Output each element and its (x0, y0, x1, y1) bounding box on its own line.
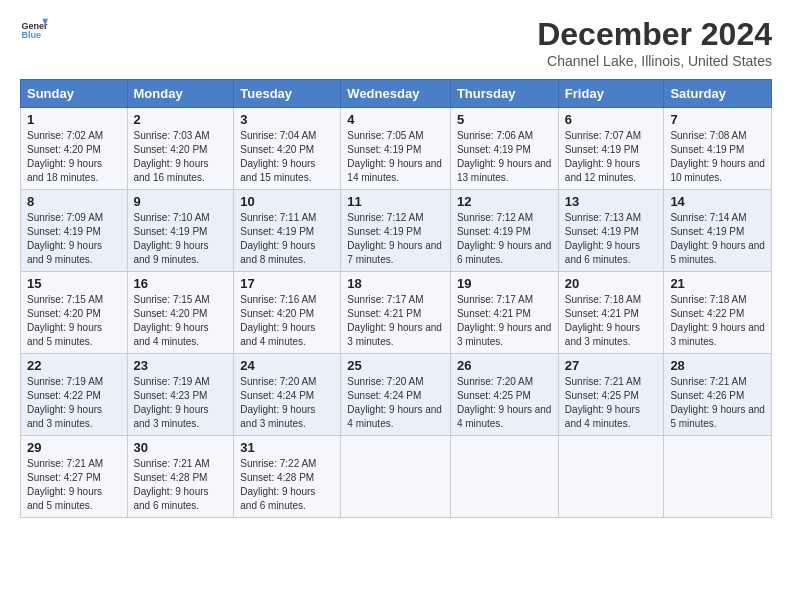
day-cell (558, 436, 664, 518)
day-number: 31 (240, 440, 334, 455)
title-section: December 2024 Channel Lake, Illinois, Un… (537, 16, 772, 69)
week-row-1: 1 Sunrise: 7:02 AM Sunset: 4:20 PM Dayli… (21, 108, 772, 190)
header-row: SundayMondayTuesdayWednesdayThursdayFrid… (21, 80, 772, 108)
day-number: 20 (565, 276, 658, 291)
header-cell-sunday: Sunday (21, 80, 128, 108)
day-number: 23 (134, 358, 228, 373)
day-number: 12 (457, 194, 552, 209)
day-number: 27 (565, 358, 658, 373)
day-number: 28 (670, 358, 765, 373)
day-detail: Sunrise: 7:21 AM Sunset: 4:28 PM Dayligh… (134, 457, 228, 513)
day-number: 6 (565, 112, 658, 127)
day-cell: 21 Sunrise: 7:18 AM Sunset: 4:22 PM Dayl… (664, 272, 772, 354)
day-detail: Sunrise: 7:08 AM Sunset: 4:19 PM Dayligh… (670, 129, 765, 185)
day-number: 1 (27, 112, 121, 127)
day-cell: 6 Sunrise: 7:07 AM Sunset: 4:19 PM Dayli… (558, 108, 664, 190)
week-row-4: 22 Sunrise: 7:19 AM Sunset: 4:22 PM Dayl… (21, 354, 772, 436)
day-detail: Sunrise: 7:21 AM Sunset: 4:27 PM Dayligh… (27, 457, 121, 513)
day-detail: Sunrise: 7:17 AM Sunset: 4:21 PM Dayligh… (457, 293, 552, 349)
day-detail: Sunrise: 7:03 AM Sunset: 4:20 PM Dayligh… (134, 129, 228, 185)
day-number: 18 (347, 276, 444, 291)
day-detail: Sunrise: 7:05 AM Sunset: 4:19 PM Dayligh… (347, 129, 444, 185)
day-detail: Sunrise: 7:12 AM Sunset: 4:19 PM Dayligh… (457, 211, 552, 267)
day-number: 7 (670, 112, 765, 127)
day-cell: 1 Sunrise: 7:02 AM Sunset: 4:20 PM Dayli… (21, 108, 128, 190)
day-cell: 29 Sunrise: 7:21 AM Sunset: 4:27 PM Dayl… (21, 436, 128, 518)
day-detail: Sunrise: 7:02 AM Sunset: 4:20 PM Dayligh… (27, 129, 121, 185)
header-cell-monday: Monday (127, 80, 234, 108)
week-row-5: 29 Sunrise: 7:21 AM Sunset: 4:27 PM Dayl… (21, 436, 772, 518)
day-number: 22 (27, 358, 121, 373)
day-cell (341, 436, 451, 518)
day-detail: Sunrise: 7:13 AM Sunset: 4:19 PM Dayligh… (565, 211, 658, 267)
day-number: 29 (27, 440, 121, 455)
header-cell-thursday: Thursday (450, 80, 558, 108)
day-detail: Sunrise: 7:20 AM Sunset: 4:24 PM Dayligh… (347, 375, 444, 431)
day-detail: Sunrise: 7:21 AM Sunset: 4:26 PM Dayligh… (670, 375, 765, 431)
day-cell: 18 Sunrise: 7:17 AM Sunset: 4:21 PM Dayl… (341, 272, 451, 354)
day-detail: Sunrise: 7:14 AM Sunset: 4:19 PM Dayligh… (670, 211, 765, 267)
day-number: 9 (134, 194, 228, 209)
day-number: 10 (240, 194, 334, 209)
day-cell: 23 Sunrise: 7:19 AM Sunset: 4:23 PM Dayl… (127, 354, 234, 436)
day-detail: Sunrise: 7:06 AM Sunset: 4:19 PM Dayligh… (457, 129, 552, 185)
day-number: 14 (670, 194, 765, 209)
day-number: 3 (240, 112, 334, 127)
day-number: 15 (27, 276, 121, 291)
day-cell: 5 Sunrise: 7:06 AM Sunset: 4:19 PM Dayli… (450, 108, 558, 190)
day-cell: 14 Sunrise: 7:14 AM Sunset: 4:19 PM Dayl… (664, 190, 772, 272)
day-cell: 10 Sunrise: 7:11 AM Sunset: 4:19 PM Dayl… (234, 190, 341, 272)
week-row-2: 8 Sunrise: 7:09 AM Sunset: 4:19 PM Dayli… (21, 190, 772, 272)
day-detail: Sunrise: 7:15 AM Sunset: 4:20 PM Dayligh… (27, 293, 121, 349)
day-cell: 8 Sunrise: 7:09 AM Sunset: 4:19 PM Dayli… (21, 190, 128, 272)
day-cell: 15 Sunrise: 7:15 AM Sunset: 4:20 PM Dayl… (21, 272, 128, 354)
day-number: 11 (347, 194, 444, 209)
day-number: 26 (457, 358, 552, 373)
day-cell (450, 436, 558, 518)
day-number: 13 (565, 194, 658, 209)
day-detail: Sunrise: 7:11 AM Sunset: 4:19 PM Dayligh… (240, 211, 334, 267)
day-detail: Sunrise: 7:12 AM Sunset: 4:19 PM Dayligh… (347, 211, 444, 267)
day-detail: Sunrise: 7:18 AM Sunset: 4:21 PM Dayligh… (565, 293, 658, 349)
day-cell: 30 Sunrise: 7:21 AM Sunset: 4:28 PM Dayl… (127, 436, 234, 518)
day-number: 30 (134, 440, 228, 455)
day-detail: Sunrise: 7:10 AM Sunset: 4:19 PM Dayligh… (134, 211, 228, 267)
day-cell: 7 Sunrise: 7:08 AM Sunset: 4:19 PM Dayli… (664, 108, 772, 190)
day-cell: 9 Sunrise: 7:10 AM Sunset: 4:19 PM Dayli… (127, 190, 234, 272)
logo-icon: General Blue (20, 16, 48, 44)
day-cell: 17 Sunrise: 7:16 AM Sunset: 4:20 PM Dayl… (234, 272, 341, 354)
day-cell: 3 Sunrise: 7:04 AM Sunset: 4:20 PM Dayli… (234, 108, 341, 190)
day-number: 24 (240, 358, 334, 373)
day-cell: 28 Sunrise: 7:21 AM Sunset: 4:26 PM Dayl… (664, 354, 772, 436)
day-cell (664, 436, 772, 518)
day-cell: 22 Sunrise: 7:19 AM Sunset: 4:22 PM Dayl… (21, 354, 128, 436)
day-cell: 31 Sunrise: 7:22 AM Sunset: 4:28 PM Dayl… (234, 436, 341, 518)
day-detail: Sunrise: 7:09 AM Sunset: 4:19 PM Dayligh… (27, 211, 121, 267)
day-cell: 11 Sunrise: 7:12 AM Sunset: 4:19 PM Dayl… (341, 190, 451, 272)
day-number: 21 (670, 276, 765, 291)
day-number: 4 (347, 112, 444, 127)
day-cell: 12 Sunrise: 7:12 AM Sunset: 4:19 PM Dayl… (450, 190, 558, 272)
day-detail: Sunrise: 7:04 AM Sunset: 4:20 PM Dayligh… (240, 129, 334, 185)
day-number: 16 (134, 276, 228, 291)
day-detail: Sunrise: 7:07 AM Sunset: 4:19 PM Dayligh… (565, 129, 658, 185)
day-detail: Sunrise: 7:21 AM Sunset: 4:25 PM Dayligh… (565, 375, 658, 431)
header-cell-wednesday: Wednesday (341, 80, 451, 108)
day-detail: Sunrise: 7:22 AM Sunset: 4:28 PM Dayligh… (240, 457, 334, 513)
day-detail: Sunrise: 7:18 AM Sunset: 4:22 PM Dayligh… (670, 293, 765, 349)
day-number: 17 (240, 276, 334, 291)
day-number: 5 (457, 112, 552, 127)
day-cell: 26 Sunrise: 7:20 AM Sunset: 4:25 PM Dayl… (450, 354, 558, 436)
day-number: 19 (457, 276, 552, 291)
day-detail: Sunrise: 7:19 AM Sunset: 4:22 PM Dayligh… (27, 375, 121, 431)
day-detail: Sunrise: 7:20 AM Sunset: 4:24 PM Dayligh… (240, 375, 334, 431)
header-cell-saturday: Saturday (664, 80, 772, 108)
logo: General Blue (20, 16, 48, 44)
day-cell: 4 Sunrise: 7:05 AM Sunset: 4:19 PM Dayli… (341, 108, 451, 190)
calendar-title: December 2024 (537, 16, 772, 53)
header: General Blue December 2024 Channel Lake,… (20, 16, 772, 69)
day-detail: Sunrise: 7:15 AM Sunset: 4:20 PM Dayligh… (134, 293, 228, 349)
day-cell: 19 Sunrise: 7:17 AM Sunset: 4:21 PM Dayl… (450, 272, 558, 354)
calendar-subtitle: Channel Lake, Illinois, United States (537, 53, 772, 69)
day-cell: 2 Sunrise: 7:03 AM Sunset: 4:20 PM Dayli… (127, 108, 234, 190)
